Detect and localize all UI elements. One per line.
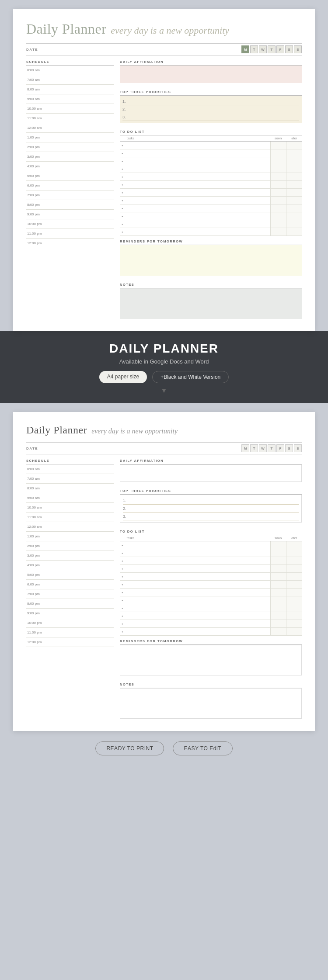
day2-T2[interactable]: T [268,444,276,452]
title-row-2: Daily Planner every day is a new opportu… [26,424,302,436]
time-row-11: 4:00 pm [26,162,114,171]
time2-row-3: 8:00 am [26,484,114,493]
time-row-19: 12:00 pm [26,239,114,248]
col-tasks: tasks [125,135,270,142]
time2-row-5: 10:00 am [26,503,114,513]
todo-table-2: tasks soon later ● ● ● ● ● ● ● ● [120,535,302,636]
time2-row-16: 9:00 pm [26,609,114,618]
planner-card-1: Daily Planner every day is a new opportu… [13,9,315,331]
time2-row-7: 12:00 am [26,522,114,532]
table-row: ● [120,204,302,212]
table-row: ● [120,157,302,165]
notes-box-1[interactable] [120,288,302,319]
reminders-box-2[interactable] [120,645,302,675]
time-row-14: 7:00 pm [26,190,114,200]
col2-later: later [286,535,302,541]
planner-body-1: SCHEDULE 6:00 am 7:00 am 8:00 am 9:00 am… [26,60,302,319]
time2-row-4: 9:00 am [26,493,114,503]
banner-subtitle: Available in Google Docs and Word [9,358,319,365]
table-row: ● [120,212,302,220]
time2-row-12: 5:00 pm [26,570,114,580]
priorities-header-2: TOP THREE PRIORITIES [120,489,302,495]
badge-a4: A4 paper size [99,371,147,383]
affirmation-box-1[interactable] [120,66,302,83]
priority-1[interactable]: 1. [122,97,299,105]
day-M[interactable]: M [241,45,249,53]
time-row-8: 1:00 pm [26,133,114,142]
todo-header-1: TO DO LIST [120,130,302,135]
time-row-10: 3:00 pm [26,152,114,162]
table-row: ● [120,573,302,581]
time2-row-11: 4:00 pm [26,561,114,570]
ready-to-print-badge[interactable]: READY TO PRINT [95,741,164,755]
table-row: ● [120,220,302,228]
table-row: ● [120,589,302,596]
day-T1[interactable]: T [250,45,258,53]
date-row-2: DATE M T W T F S S [26,442,302,454]
time2-row-8: 1:00 pm [26,532,114,541]
day-T2[interactable]: T [268,45,276,53]
table-row: ● [120,228,302,236]
day-W[interactable]: W [259,45,267,53]
time2-row-14: 7:00 pm [26,589,114,599]
table-row: ● [120,181,302,189]
table-row: ● [120,541,302,549]
priority2-2[interactable]: 2. [123,505,299,513]
priority2-1[interactable]: 1. [123,497,299,505]
schedule-col-2: SCHEDULE 6:00 am 7:00 am 8:00 am 9:00 am… [26,459,114,719]
easy-to-edit-badge[interactable]: EASY TO EdIT [173,741,232,755]
bottom-badges: READY TO PRINT EASY TO EdIT [0,731,328,764]
day-S1[interactable]: S [285,45,293,53]
time2-row-10: 3:00 pm [26,551,114,561]
title-row-1: Daily Planner every day is a new opportu… [26,21,302,37]
affirmation-header-2: DAILY AFFIRMATION [120,459,302,464]
schedule-header-1: SCHEDULE [26,60,114,66]
day2-T1[interactable]: T [250,444,258,452]
reminders-header-1: REMINDERS FOR TOMORROW [120,239,302,245]
planner-body-2: SCHEDULE 6:00 am 7:00 am 8:00 am 9:00 am… [26,459,302,719]
reminders-header-2: REMINDERS FOR TOMORROW [120,639,302,645]
priority-2[interactable]: 2. [122,105,299,113]
table-row: ● [120,628,302,636]
day2-M[interactable]: M [241,444,249,452]
day-boxes-1: M T W T F S S [241,45,302,53]
banner: DAILY PLANNER Available in Google Docs a… [0,331,328,403]
table-row: ● [120,604,302,612]
table-row: ● [120,149,302,157]
col-soon: soon [270,135,286,142]
time-row-9: 2:00 pm [26,142,114,152]
day2-S1[interactable]: S [285,444,293,452]
time-row-3: 8:00 am [26,85,114,94]
right-col-2: DAILY AFFIRMATION TOP THREE PRIORITIES 1… [120,459,302,719]
time-row-16: 9:00 pm [26,210,114,219]
reminders-box-1[interactable] [120,245,302,276]
notes-box-2[interactable] [120,688,302,719]
day-S2[interactable]: S [294,45,302,53]
time2-row-13: 6:00 pm [26,580,114,589]
priority-3[interactable]: 3. [122,113,299,121]
time-row-12: 5:00 pm [26,171,114,181]
table-row: ● [120,142,302,149]
planner-subtitle-2: every day is a new opportunity [91,427,178,435]
day2-F[interactable]: F [276,444,284,452]
col2-tasks: tasks [125,535,270,541]
date-label-2: DATE [26,447,38,450]
todo-section-1: TO DO LIST tasks soon later ● ● ● [120,130,302,236]
time2-row-18: 11:00 pm [26,628,114,637]
day-F[interactable]: F [276,45,284,53]
table-row: ● [120,557,302,565]
day2-S2[interactable]: S [294,444,302,452]
affirmation-box-2[interactable] [120,464,302,482]
planner-title-2: Daily Planner [26,424,87,436]
planner-subtitle-1: every day is a new opportunity [111,25,229,36]
day2-W[interactable]: W [259,444,267,452]
affirmation-header-1: DAILY AFFIRMATION [120,60,302,66]
time-row-1: 6:00 am [26,66,114,75]
table-row: ● [120,165,302,173]
todo-section-2: TO DO LIST tasks soon later ● ● ● [120,530,302,636]
priorities-box-1: 1. 2. 3. [120,96,302,123]
badge-row: A4 paper size +Black and White Version [9,371,319,383]
priority2-3[interactable]: 3. [123,513,299,520]
time-row-17: 10:00 pm [26,219,114,229]
table-row: ● [120,189,302,197]
